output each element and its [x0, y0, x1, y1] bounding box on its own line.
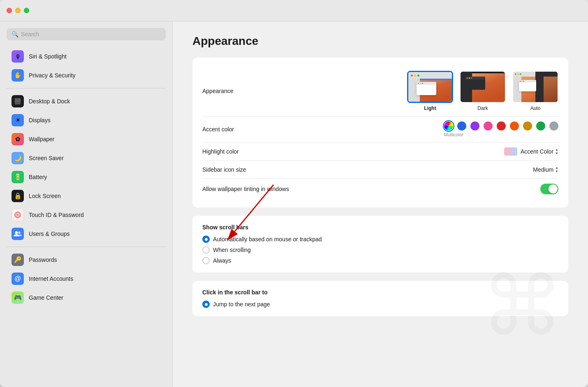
- svg-point-7: [18, 231, 21, 234]
- accent-dot-multicolor[interactable]: [444, 121, 453, 131]
- appearance-label: Appearance: [202, 88, 293, 94]
- sidebar-label-gamecenter: Game Center: [29, 294, 63, 301]
- scroll-bars-option-scrolling[interactable]: When scrolling: [202, 246, 558, 254]
- titlebar: [0, 0, 588, 21]
- accent-color-row: Accent color: [202, 117, 558, 142]
- appearance-row: Appearance: [202, 66, 558, 117]
- accent-colors-control: Multicolor: [293, 121, 558, 137]
- sidebar-item-displays[interactable]: ☀ Displays: [3, 111, 169, 130]
- accent-dot-red[interactable]: [497, 121, 506, 131]
- accent-dot-purple[interactable]: [470, 121, 479, 131]
- svg-point-6: [15, 231, 18, 234]
- siri-icon: 🎙: [12, 50, 24, 63]
- sidebar-icon-size-select[interactable]: Medium ▲ ▼: [533, 166, 558, 173]
- radio-next-page[interactable]: [202, 301, 210, 308]
- svg-rect-1: [15, 98, 21, 103]
- sidebar: 🔍 Search 🎙 Siri & Spotlight ✋ Privacy & …: [0, 21, 173, 387]
- radio-scrolling[interactable]: [202, 246, 210, 254]
- sidebar-icon-size-value: Medium: [533, 166, 553, 173]
- appearance-option-dark[interactable]: Dark: [460, 71, 506, 111]
- content-area: ⌘ Appearance Appearance: [173, 21, 588, 338]
- highlight-color-value: Accent Color: [521, 148, 553, 155]
- radio-auto-label: Automatically based on mouse or trackpad: [213, 236, 322, 242]
- accent-dot-graphite[interactable]: [549, 121, 558, 131]
- scroll-bars-card: Show scroll bars Automatically based on …: [192, 216, 568, 273]
- sidebar-item-lockscreen[interactable]: 🔒 Lock Screen: [3, 187, 169, 205]
- sidebar-item-battery[interactable]: 🔋 Battery: [3, 168, 169, 187]
- sidebar-item-wallpaper[interactable]: ✿ Wallpaper: [3, 130, 169, 149]
- highlight-color-preview: [504, 147, 517, 156]
- sidebar-item-users[interactable]: Users & Groups: [3, 224, 169, 243]
- sidebar-label-displays: Displays: [29, 117, 51, 124]
- scroll-bars-option-always[interactable]: Always: [202, 257, 558, 264]
- accent-dot-yellow[interactable]: [523, 121, 532, 131]
- click-scroll-options: Jump to the next page: [202, 301, 558, 308]
- highlight-color-stepper[interactable]: ▲ ▼: [555, 148, 558, 155]
- lockscreen-icon: 🔒: [12, 190, 24, 202]
- sidebar-label-users: Users & Groups: [29, 231, 70, 237]
- users-icon: [12, 228, 24, 240]
- close-button[interactable]: [7, 8, 12, 13]
- radio-scrolling-label: When scrolling: [213, 247, 251, 253]
- accent-color-label: Accent color: [202, 126, 293, 133]
- sidebar-label-screensaver: Screen Saver: [29, 155, 64, 161]
- internet-icon: @: [12, 273, 24, 285]
- appearance-name-light: Light: [424, 105, 436, 111]
- sidebar-icon-size-label: Sidebar icon size: [202, 166, 293, 173]
- sidebar-icon-size-control[interactable]: Medium ▲ ▼: [293, 166, 558, 173]
- privacy-icon: ✋: [12, 69, 24, 82]
- sidebar-label-dock: Desktop & Dock: [29, 98, 70, 105]
- search-placeholder: Search: [21, 31, 39, 37]
- accent-dot-orange[interactable]: [510, 121, 519, 131]
- sidebar-icon-size-stepper[interactable]: ▲ ▼: [555, 166, 558, 173]
- sidebar-item-gamecenter[interactable]: 🎮 Game Center: [3, 288, 169, 307]
- displays-icon: ☀: [12, 114, 24, 126]
- click-scroll-option-next-page[interactable]: Jump to the next page: [202, 301, 558, 308]
- appearance-option-light[interactable]: Light: [407, 71, 453, 111]
- sidebar-item-dock[interactable]: Desktop & Dock: [3, 92, 169, 111]
- passwords-icon: 🔑: [12, 254, 24, 266]
- window: 🔍 Search 🎙 Siri & Spotlight ✋ Privacy & …: [0, 0, 588, 387]
- sidebar-item-privacy[interactable]: ✋ Privacy & Security: [3, 66, 169, 85]
- minimize-button[interactable]: [15, 8, 21, 13]
- search-box[interactable]: 🔍 Search: [7, 28, 166, 40]
- wallpaper-icon: ✿: [12, 133, 24, 145]
- main-layout: 🔍 Search 🎙 Siri & Spotlight ✋ Privacy & …: [0, 21, 588, 387]
- radio-always[interactable]: [202, 257, 210, 264]
- sidebar-item-passwords[interactable]: 🔑 Passwords: [3, 250, 169, 269]
- sidebar-label-internet: Internet Accounts: [29, 275, 73, 282]
- search-container: 🔍 Search: [0, 28, 172, 47]
- toggle-knob: [549, 184, 558, 194]
- accent-dot-green[interactable]: [536, 121, 545, 131]
- appearance-thumb-dark: [460, 71, 506, 103]
- appearance-thumb-light: [407, 71, 453, 103]
- sidebar-label-siri: Siri & Spotlight: [29, 53, 67, 60]
- sidebar-icon-size-row: Sidebar icon size Medium ▲ ▼: [202, 161, 558, 179]
- page-title: Appearance: [192, 35, 568, 48]
- sidebar-item-touchid[interactable]: Touch ID & Password: [3, 205, 169, 224]
- radio-auto[interactable]: [202, 235, 210, 243]
- sidebar-label-wallpaper: Wallpaper: [29, 136, 55, 142]
- screensaver-icon: 🌙: [12, 152, 24, 164]
- accent-colors: [444, 121, 558, 131]
- svg-point-5: [17, 214, 19, 216]
- appearance-name-auto: Auto: [530, 105, 541, 111]
- search-icon: 🔍: [12, 31, 19, 37]
- traffic-lights: [7, 8, 29, 13]
- accent-dot-pink[interactable]: [484, 121, 493, 131]
- highlight-color-control[interactable]: Accent Color ▲ ▼: [293, 147, 558, 156]
- click-scroll-card: Click in the scroll bar to Jump to the n…: [192, 281, 568, 316]
- wallpaper-tinting-toggle[interactable]: [540, 184, 558, 194]
- scroll-bars-option-auto[interactable]: Automatically based on mouse or trackpad: [202, 235, 558, 243]
- accent-dot-blue[interactable]: [457, 121, 466, 131]
- click-scroll-title: Click in the scroll bar to: [202, 289, 558, 296]
- appearance-card: Appearance: [192, 58, 568, 207]
- sidebar-item-screensaver[interactable]: 🌙 Screen Saver: [3, 149, 169, 168]
- maximize-button[interactable]: [24, 8, 29, 13]
- highlight-color-select[interactable]: Accent Color ▲ ▼: [521, 148, 558, 155]
- appearance-option-auto[interactable]: Auto: [512, 71, 558, 111]
- accent-selected-label: Multicolor: [444, 132, 463, 137]
- sidebar-item-siri[interactable]: 🎙 Siri & Spotlight: [3, 47, 169, 66]
- divider-2: [7, 247, 166, 247]
- sidebar-item-internet[interactable]: @ Internet Accounts: [3, 269, 169, 288]
